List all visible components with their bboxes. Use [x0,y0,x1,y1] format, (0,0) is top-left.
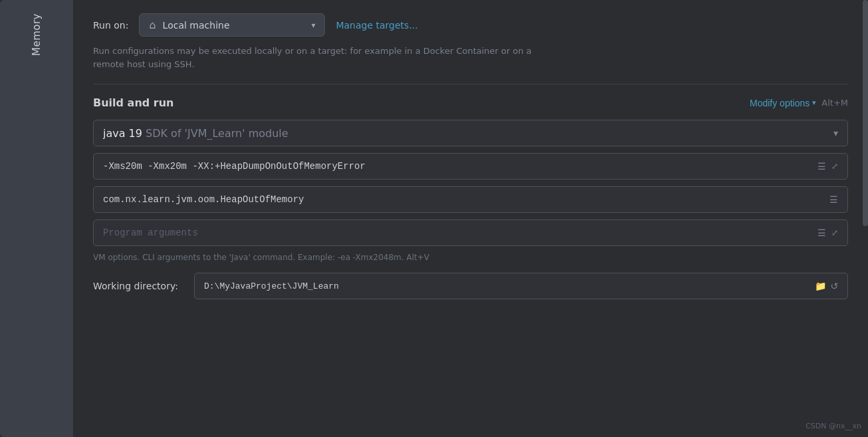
watermark: CSDN @nx__xn [806,422,861,430]
home-icon: ⌂ [149,19,156,31]
working-dir-text: D:\MyJavaProject\JVM_Learn [204,281,339,291]
manage-targets-link[interactable]: Manage targets... [336,20,417,31]
sidebar-tab[interactable]: Memory [0,0,73,437]
run-on-description: Run configurations may be executed local… [93,45,558,71]
main-class-text: com.nx.learn.jvm.oom.HeapOutOfMemory [103,194,829,205]
refresh-icon[interactable]: ↺ [830,281,838,291]
run-on-label: Run on: [93,20,128,31]
vm-options-field-row: -Xms20m -Xmx20m -XX:+HeapDumpOnOutOfMemo… [93,153,848,180]
sdk-field-row: java 19 SDK of 'JVM_Learn' module ▾ [93,120,848,146]
main-class-field[interactable]: com.nx.learn.jvm.oom.HeapOutOfMemory ☰ [93,186,848,213]
main-content: Run on: ⌂ Local machine ▾ Manage targets… [73,0,868,437]
run-on-dropdown-text: Local machine [163,20,305,31]
sdk-dropdown-text: java 19 SDK of 'JVM_Learn' module [103,127,833,140]
build-run-header: Build and run Modify options ▾ Alt+M [93,96,848,109]
modify-options-label: Modify options [750,98,810,108]
working-dir-field[interactable]: D:\MyJavaProject\JVM_Learn 📁 ↺ [194,273,848,299]
scrollbar-track[interactable] [863,0,868,437]
chevron-down-icon: ▾ [311,21,315,30]
modify-options-group: Modify options ▾ Alt+M [750,98,848,108]
folder-icon[interactable]: 📁 [815,281,826,291]
sdk-version: java 19 [103,127,142,140]
sdk-chevron-icon: ▾ [833,128,838,138]
sdk-dropdown[interactable]: java 19 SDK of 'JVM_Learn' module ▾ [93,120,848,146]
program-args-placeholder: Program arguments [103,227,817,238]
document-icon[interactable]: ☰ [817,161,826,172]
scrollbar-thumb[interactable] [863,0,868,226]
main-class-icons: ☰ [829,194,838,206]
sdk-detail: SDK of 'JVM_Learn' module [142,127,288,140]
program-args-icons: ☰ ⤢ [817,227,838,239]
run-on-dropdown[interactable]: ⌂ Local machine ▾ [139,13,325,37]
main-class-field-row: com.nx.learn.jvm.oom.HeapOutOfMemory ☰ [93,186,848,213]
vm-options-text: -Xms20m -Xmx20m -XX:+HeapDumpOnOutOfMemo… [103,161,817,172]
vm-options-icons: ☰ ⤢ [817,161,838,172]
working-dir-row: Working directory: D:\MyJavaProject\JVM_… [93,273,848,299]
document-icon[interactable]: ☰ [829,194,838,206]
document-icon[interactable]: ☰ [817,227,826,239]
modify-options-shortcut: Alt+M [821,98,848,108]
build-run-title: Build and run [93,96,173,109]
chevron-down-icon: ▾ [812,98,816,107]
run-on-row: Run on: ⌂ Local machine ▾ Manage targets… [93,13,848,37]
vm-options-hint: VM options. CLI arguments to the 'Java' … [93,253,848,262]
working-dir-icons: 📁 ↺ [815,281,838,291]
working-dir-label: Working directory: [93,281,186,291]
expand-icon[interactable]: ⤢ [831,228,838,238]
program-args-field[interactable]: Program arguments ☰ ⤢ [93,219,848,246]
section-divider [93,84,848,84]
expand-icon[interactable]: ⤢ [831,162,838,172]
vm-options-field[interactable]: -Xms20m -Xmx20m -XX:+HeapDumpOnOutOfMemo… [93,153,848,180]
sidebar-label: Memory [31,13,43,56]
modify-options-button[interactable]: Modify options ▾ [750,98,816,108]
program-args-field-row: Program arguments ☰ ⤢ [93,219,848,246]
